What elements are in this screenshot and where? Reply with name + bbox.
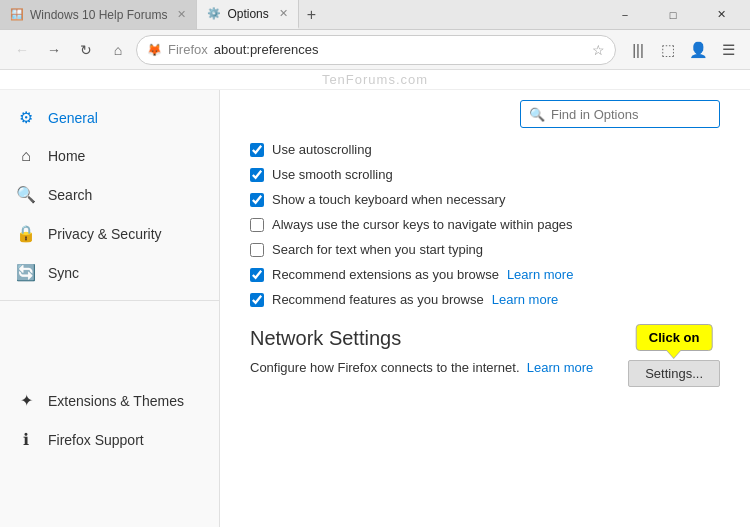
tab2-favicon: ⚙️	[207, 7, 221, 20]
cursor-checkbox[interactable]	[250, 218, 264, 232]
toolbar-right: ||| ⬚ 👤 ☰	[624, 36, 742, 64]
network-desc-text: Configure how Firefox connects to the in…	[250, 360, 520, 375]
general-icon: ⚙	[16, 108, 36, 127]
smooth-checkbox[interactable]	[250, 168, 264, 182]
sidebar: ⚙ General ⌂ Home 🔍 Search 🔒 Privacy & Se…	[0, 90, 220, 527]
tab-windows-forum[interactable]: 🪟 Windows 10 Help Forums ✕	[0, 0, 197, 29]
sync-icon: 🔄	[16, 263, 36, 282]
tab1-close[interactable]: ✕	[177, 8, 186, 21]
find-bar-container: 🔍	[250, 100, 720, 128]
sidebar-item-general[interactable]: ⚙ General	[0, 98, 219, 137]
new-tab-button[interactable]: +	[299, 0, 324, 29]
address-url: about:preferences	[214, 42, 586, 57]
privacy-icon: 🔒	[16, 224, 36, 243]
home-icon: ⌂	[16, 147, 36, 165]
checkbox-row-recfeat: Recommend features as you browse Learn m…	[250, 292, 720, 307]
checkbox-row-smooth: Use smooth scrolling	[250, 167, 720, 182]
touch-checkbox[interactable]	[250, 193, 264, 207]
sidebar-label-search: Search	[48, 187, 92, 203]
cursor-label: Always use the cursor keys to navigate w…	[272, 217, 573, 232]
checkbox-row-cursor: Always use the cursor keys to navigate w…	[250, 217, 720, 232]
content-area: ⚙ General ⌂ Home 🔍 Search 🔒 Privacy & Se…	[0, 90, 750, 527]
sidebar-label-extensions: Extensions & Themes	[48, 393, 184, 409]
search-icon: 🔍	[16, 185, 36, 204]
title-bar: 🪟 Windows 10 Help Forums ✕ ⚙️ Options ✕ …	[0, 0, 750, 30]
maximize-button[interactable]: □	[650, 0, 696, 30]
checkbox-row-typetext: Search for text when you start typing	[250, 242, 720, 257]
address-scheme: Firefox	[168, 42, 208, 57]
typetext-checkbox[interactable]	[250, 243, 264, 257]
sidebar-item-sync[interactable]: 🔄 Sync	[0, 253, 219, 292]
sidebar-label-support: Firefox Support	[48, 432, 144, 448]
autoscroll-label: Use autoscrolling	[272, 142, 372, 157]
sidebar-item-extensions[interactable]: ✦ Extensions & Themes	[0, 381, 219, 420]
callout-container: Click on Settings...	[628, 360, 720, 387]
sidebar-item-home[interactable]: ⌂ Home	[0, 137, 219, 175]
home-button[interactable]: ⌂	[104, 36, 132, 64]
find-icon: 🔍	[529, 107, 545, 122]
recext-learn-more-link[interactable]: Learn more	[507, 267, 573, 282]
minimize-button[interactable]: −	[602, 0, 648, 30]
smooth-label: Use smooth scrolling	[272, 167, 393, 182]
tab-bar: 🪟 Windows 10 Help Forums ✕ ⚙️ Options ✕ …	[0, 0, 602, 29]
sidebar-label-sync: Sync	[48, 265, 79, 281]
refresh-button[interactable]: ↻	[72, 36, 100, 64]
sidebar-label-home: Home	[48, 148, 85, 164]
library-button[interactable]: |||	[624, 36, 652, 64]
recfeat-checkbox[interactable]	[250, 293, 264, 307]
find-input[interactable]	[551, 107, 719, 122]
address-bar[interactable]: 🦊 Firefox about:preferences ☆	[136, 35, 616, 65]
tab1-label: Windows 10 Help Forums	[30, 8, 167, 22]
account-button[interactable]: 👤	[684, 36, 712, 64]
recfeat-learn-more-link[interactable]: Learn more	[492, 292, 558, 307]
tab2-label: Options	[227, 7, 268, 21]
sidebar-item-privacy[interactable]: 🔒 Privacy & Security	[0, 214, 219, 253]
sidebar-divider	[0, 300, 219, 301]
checkbox-row-autoscroll: Use autoscrolling	[250, 142, 720, 157]
tab-options[interactable]: ⚙️ Options ✕	[197, 0, 298, 29]
watermark: TenForums.com	[0, 70, 750, 90]
recfeat-label: Recommend features as you browse	[272, 292, 484, 307]
checkbox-group: Use autoscrolling Use smooth scrolling S…	[250, 142, 720, 307]
forward-button[interactable]: →	[40, 36, 68, 64]
support-icon: ℹ	[16, 430, 36, 449]
window-controls: − □ ✕	[602, 0, 750, 30]
close-button[interactable]: ✕	[698, 0, 744, 30]
synced-tabs-button[interactable]: ⬚	[654, 36, 682, 64]
callout-bubble: Click on	[636, 324, 713, 351]
find-bar[interactable]: 🔍	[520, 100, 720, 128]
checkbox-row-recext: Recommend extensions as you browse Learn…	[250, 267, 720, 282]
address-favicon: 🦊	[147, 43, 162, 57]
tab1-favicon: 🪟	[10, 8, 24, 21]
network-row: Configure how Firefox connects to the in…	[250, 360, 720, 387]
network-learn-more-link[interactable]: Learn more	[527, 360, 593, 375]
touch-label: Show a touch keyboard when necessary	[272, 192, 505, 207]
nav-bar: ← → ↻ ⌂ 🦊 Firefox about:preferences ☆ ||…	[0, 30, 750, 70]
sidebar-item-support[interactable]: ℹ Firefox Support	[0, 420, 219, 459]
main-panel: 🔍 Use autoscrolling Use smooth scrolling…	[220, 90, 750, 527]
back-button[interactable]: ←	[8, 36, 36, 64]
autoscroll-checkbox[interactable]	[250, 143, 264, 157]
menu-button[interactable]: ☰	[714, 36, 742, 64]
recext-checkbox[interactable]	[250, 268, 264, 282]
network-settings-button[interactable]: Settings...	[628, 360, 720, 387]
network-description: Configure how Firefox connects to the in…	[250, 360, 593, 375]
sidebar-label-general: General	[48, 110, 98, 126]
tab2-close[interactable]: ✕	[279, 7, 288, 20]
checkbox-row-touch: Show a touch keyboard when necessary	[250, 192, 720, 207]
typetext-label: Search for text when you start typing	[272, 242, 483, 257]
bookmark-star-icon[interactable]: ☆	[592, 42, 605, 58]
extensions-icon: ✦	[16, 391, 36, 410]
sidebar-label-privacy: Privacy & Security	[48, 226, 162, 242]
recext-label: Recommend extensions as you browse	[272, 267, 499, 282]
sidebar-item-search[interactable]: 🔍 Search	[0, 175, 219, 214]
